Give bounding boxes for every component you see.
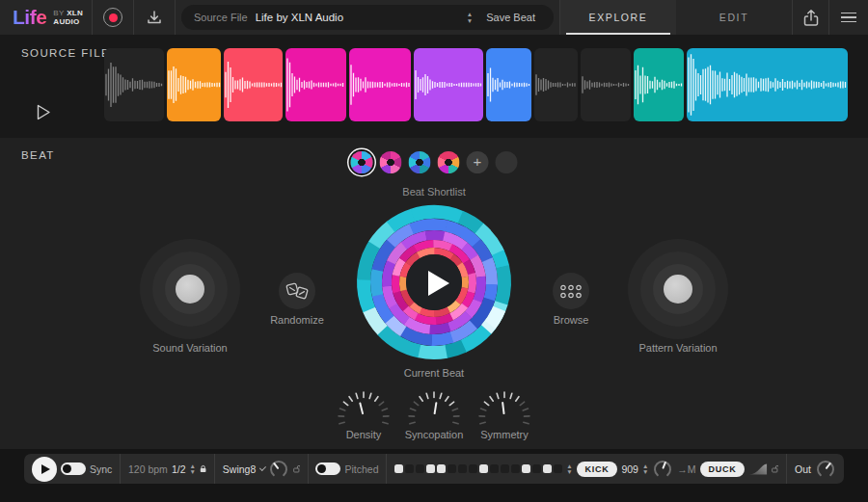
- kit-value: 909: [621, 463, 638, 475]
- transport-section: Sync 120 bpm 1/2 ▲▼ Swing8 Pitched ▲▼: [0, 449, 868, 502]
- step-dot-active[interactable]: [479, 464, 488, 473]
- symmetry-label: Symmetry: [480, 429, 529, 440]
- waveform-segment[interactable]: [167, 48, 221, 121]
- waveform-segment[interactable]: [534, 48, 578, 121]
- app-logo: Life BY XLNAUDIO: [0, 0, 92, 35]
- source-file-value: Life by XLN Audio: [256, 12, 343, 23]
- step-dot[interactable]: [448, 464, 456, 473]
- share-icon: [802, 9, 820, 27]
- rate-value: 1/2: [172, 463, 186, 475]
- symmetry-knob[interactable]: Symmetry: [474, 386, 535, 440]
- empty-shortlist-slot: [496, 151, 518, 173]
- play-outline-icon: [37, 104, 51, 120]
- play-icon: [41, 464, 50, 474]
- source-play-button[interactable]: [37, 104, 51, 124]
- step-dot-active[interactable]: [437, 464, 446, 473]
- step-dot-active[interactable]: [543, 464, 552, 473]
- source-file-dropdown[interactable]: Source File Life by XLN Audio ▲▼ Save Be…: [181, 5, 554, 30]
- share-button[interactable]: [793, 0, 828, 35]
- step-dot[interactable]: [554, 464, 562, 473]
- kick-level-knob[interactable]: [652, 459, 673, 480]
- current-beat-label: Current Beat: [404, 367, 464, 379]
- pattern-stepper[interactable]: ▲▼: [566, 463, 572, 475]
- bpm-value[interactable]: 120 bpm: [128, 463, 168, 475]
- randomize-label: Randomize: [270, 314, 324, 326]
- waveform-segment[interactable]: [581, 48, 631, 121]
- knob-cap: [176, 275, 204, 304]
- beat-section: BEAT + Beat Shortlist Sound Variation Ra…: [0, 138, 868, 449]
- waveform-segment[interactable]: [414, 48, 483, 121]
- swing-knob[interactable]: [268, 459, 289, 480]
- top-bar: Life BY XLNAUDIO Source File Life by XLN…: [0, 0, 868, 35]
- step-sequencer: [394, 464, 562, 473]
- out-knob[interactable]: [815, 459, 836, 480]
- beat-shortlist-item[interactable]: [380, 151, 402, 173]
- source-file-title: SOURCE FILE: [21, 47, 110, 59]
- kick-pill[interactable]: KICK: [577, 462, 618, 477]
- waveform-segment[interactable]: [224, 48, 283, 121]
- randomize-button[interactable]: [279, 273, 315, 309]
- life-app: Life BY XLNAUDIO Source File Life by XLN…: [0, 0, 868, 502]
- beat-title: BEAT: [21, 149, 55, 161]
- waveform-segment[interactable]: [285, 48, 346, 121]
- add-beat-button[interactable]: +: [467, 151, 489, 173]
- source-file-label: Source File: [194, 12, 248, 23]
- step-dot[interactable]: [458, 464, 467, 473]
- chevron-down-icon: [259, 463, 266, 470]
- menu-button[interactable]: [829, 0, 868, 35]
- swing-value[interactable]: Swing8: [223, 463, 256, 475]
- lock-closed-icon[interactable]: [200, 462, 206, 475]
- waveform-segment[interactable]: [687, 48, 848, 121]
- step-dot-active[interactable]: [522, 464, 530, 473]
- transport-bar: Sync 120 bpm 1/2 ▲▼ Swing8 Pitched ▲▼: [24, 454, 844, 484]
- browse-grid-icon: [558, 283, 583, 300]
- beat-shortlist-item[interactable]: [438, 151, 460, 173]
- step-dot[interactable]: [490, 464, 499, 473]
- step-dot[interactable]: [501, 464, 509, 473]
- step-dot-active[interactable]: [426, 464, 435, 473]
- step-dot[interactable]: [511, 464, 520, 473]
- kit-stepper[interactable]: ▲▼: [642, 463, 648, 475]
- pattern-variation-label: Pattern Variation: [638, 342, 717, 354]
- step-dot[interactable]: [469, 464, 477, 473]
- sound-variation-knob[interactable]: [140, 239, 240, 339]
- density-knob[interactable]: Density: [333, 386, 394, 440]
- waveform-segment[interactable]: [486, 48, 531, 121]
- duck-pill[interactable]: DUCK: [700, 462, 746, 477]
- save-beat-button[interactable]: Save Beat: [480, 8, 541, 27]
- tab-explore[interactable]: EXPLORE: [560, 0, 676, 35]
- route-to-master-label[interactable]: →M: [677, 463, 695, 475]
- transport-play-button[interactable]: [32, 457, 57, 482]
- beat-shortlist-item[interactable]: [409, 151, 431, 173]
- download-icon: [147, 10, 162, 25]
- current-beat-wheel[interactable]: [347, 196, 521, 369]
- pattern-variation-knob[interactable]: [628, 239, 728, 339]
- pitched-label: Pitched: [344, 463, 378, 475]
- step-dot-active[interactable]: [394, 464, 403, 473]
- source-file-stepper[interactable]: ▲▼: [467, 12, 473, 23]
- pitched-toggle[interactable]: [315, 462, 340, 475]
- beat-shortlist-item[interactable]: [351, 151, 373, 173]
- step-dot[interactable]: [532, 464, 541, 473]
- sync-toggle[interactable]: [61, 462, 86, 475]
- envelope-curve-icon[interactable]: [748, 460, 768, 479]
- sync-label: Sync: [90, 463, 112, 475]
- tab-edit[interactable]: EDIT: [676, 0, 792, 35]
- waveform-strip: [104, 48, 849, 121]
- syncopation-knob[interactable]: Syncopation: [403, 386, 465, 440]
- out-label: Out: [795, 463, 811, 475]
- waveform-segment[interactable]: [634, 48, 684, 121]
- xln-audio-brand: BY XLNAUDIO: [53, 9, 83, 26]
- lock-open-icon[interactable]: [772, 462, 778, 475]
- dice-icon: [285, 280, 310, 302]
- import-button[interactable]: [134, 0, 175, 35]
- lock-open-icon[interactable]: [293, 462, 300, 475]
- step-dot[interactable]: [416, 464, 424, 473]
- step-dot[interactable]: [405, 464, 414, 473]
- waveform-segment[interactable]: [349, 48, 411, 121]
- density-label: Density: [346, 429, 382, 440]
- record-button[interactable]: [93, 0, 133, 35]
- rate-stepper[interactable]: ▲▼: [189, 463, 195, 475]
- waveform-segment[interactable]: [104, 48, 164, 121]
- browse-button[interactable]: [553, 273, 589, 309]
